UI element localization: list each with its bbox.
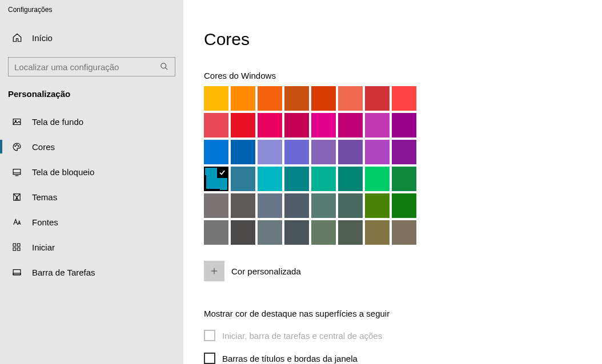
checkbox-row-titlebars: Barras de títulos e bordas da janela — [204, 353, 602, 364]
color-swatch[interactable] — [284, 140, 309, 164]
nav-list: Tela de fundoCoresTela de bloqueioTemasF… — [0, 109, 183, 285]
custom-color-row: Cor personalizada — [204, 261, 602, 281]
sidebar-item-lock-screen[interactable]: Tela de bloqueio — [0, 159, 183, 184]
color-swatch[interactable] — [284, 220, 309, 245]
taskbar-icon — [11, 267, 22, 277]
color-swatch[interactable] — [284, 86, 309, 111]
picture-icon — [11, 116, 22, 127]
color-swatch[interactable] — [258, 140, 282, 164]
svg-rect-11 — [13, 244, 16, 246]
color-swatch[interactable] — [392, 113, 416, 137]
color-swatch[interactable] — [258, 220, 282, 245]
color-swatch[interactable] — [284, 167, 309, 191]
color-swatch[interactable] — [258, 86, 282, 111]
sidebar-item-label: Iniciar — [32, 242, 55, 252]
search-box[interactable] — [8, 57, 175, 76]
start-icon — [11, 242, 22, 252]
sidebar-item-fonts[interactable]: Fontes — [0, 209, 183, 234]
color-swatch[interactable] — [392, 220, 416, 245]
color-swatch[interactable] — [338, 220, 363, 245]
windows-colors-label: Cores do Windows — [204, 71, 602, 80]
color-swatch[interactable] — [258, 167, 282, 191]
color-swatch[interactable] — [204, 193, 228, 218]
sidebar-item-picture[interactable]: Tela de fundo — [0, 109, 183, 134]
color-swatch[interactable] — [231, 167, 255, 191]
color-swatch[interactable] — [392, 86, 416, 111]
sidebar-item-start[interactable]: Iniciar — [0, 234, 183, 260]
color-swatch[interactable] — [338, 113, 363, 137]
svg-point-5 — [16, 144, 17, 145]
color-swatch[interactable] — [204, 220, 228, 245]
home-link[interactable]: Início — [0, 27, 183, 48]
check-icon — [218, 168, 226, 176]
sidebar-item-label: Barra de Tarefas — [32, 268, 95, 277]
color-swatch[interactable] — [204, 140, 228, 164]
search-input[interactable] — [14, 62, 160, 72]
color-swatch[interactable] — [204, 86, 228, 111]
color-swatch[interactable] — [365, 220, 390, 245]
checkbox-titlebars-label: Barras de títulos e bordas da janela — [222, 354, 358, 363]
color-swatch[interactable] — [392, 167, 416, 191]
color-swatch[interactable] — [231, 220, 255, 245]
svg-rect-7 — [13, 169, 21, 174]
checkbox-titlebars[interactable] — [204, 353, 215, 364]
section-header: Personalização — [0, 89, 183, 109]
sidebar-item-themes[interactable]: Temas — [0, 184, 183, 209]
checkbox-start — [204, 330, 215, 341]
plus-icon — [210, 266, 219, 276]
color-swatch[interactable] — [231, 86, 255, 111]
svg-rect-13 — [13, 248, 16, 250]
color-swatch[interactable] — [392, 140, 416, 164]
search-icon — [160, 62, 169, 71]
page-title: Cores — [204, 30, 602, 49]
color-swatch[interactable] — [365, 167, 390, 191]
color-swatch[interactable] — [365, 113, 390, 137]
color-grid — [204, 86, 602, 245]
checkbox-start-label: Iniciar, barra de tarefas e central de a… — [222, 331, 382, 341]
color-swatch[interactable] — [338, 167, 363, 191]
main-panel: Cores Cores do Windows Cor personalizada… — [183, 0, 602, 364]
color-swatch[interactable] — [284, 113, 309, 137]
color-swatch[interactable] — [231, 113, 255, 137]
color-swatch[interactable] — [258, 193, 282, 218]
color-swatch[interactable] — [258, 113, 282, 137]
color-swatch[interactable] — [338, 86, 363, 111]
color-swatch[interactable] — [231, 140, 255, 164]
color-swatch[interactable] — [311, 113, 336, 137]
svg-point-4 — [14, 145, 15, 146]
themes-icon — [11, 192, 22, 202]
color-swatch[interactable] — [204, 113, 228, 137]
accent-section-title: Mostrar cor de destaque nas superfícies … — [204, 309, 602, 318]
fonts-icon — [11, 217, 22, 227]
svg-rect-12 — [17, 244, 20, 246]
color-swatch[interactable] — [338, 140, 363, 164]
custom-color-button[interactable] — [204, 261, 224, 281]
color-swatch[interactable] — [392, 193, 416, 218]
color-swatch[interactable] — [284, 193, 309, 218]
lock-screen-icon — [11, 167, 22, 177]
sidebar-item-taskbar[interactable]: Barra de Tarefas — [0, 260, 183, 285]
color-swatch[interactable] — [365, 193, 390, 218]
sidebar: Configurações Início Personalização Tela… — [0, 0, 183, 364]
color-swatch[interactable] — [231, 193, 255, 218]
svg-line-1 — [165, 67, 167, 70]
color-swatch[interactable] — [311, 193, 336, 218]
color-swatch[interactable] — [311, 86, 336, 111]
sidebar-item-label: Fontes — [32, 217, 58, 227]
color-swatch[interactable] — [338, 193, 363, 218]
color-swatch[interactable] — [311, 220, 336, 245]
color-swatch[interactable] — [365, 86, 390, 111]
color-swatch[interactable] — [311, 140, 336, 164]
sidebar-item-palette[interactable]: Cores — [0, 134, 183, 159]
color-swatch[interactable] — [365, 140, 390, 164]
checkbox-row-start: Iniciar, barra de tarefas e central de a… — [204, 330, 602, 341]
sidebar-item-label: Tela de bloqueio — [32, 167, 94, 177]
color-swatch[interactable] — [311, 167, 336, 191]
svg-point-6 — [18, 145, 18, 146]
svg-rect-16 — [13, 273, 21, 274]
svg-rect-14 — [17, 248, 20, 250]
home-label: Início — [32, 33, 53, 43]
sidebar-item-label: Cores — [32, 142, 55, 152]
color-swatch[interactable] — [204, 167, 228, 191]
palette-icon — [11, 141, 22, 152]
